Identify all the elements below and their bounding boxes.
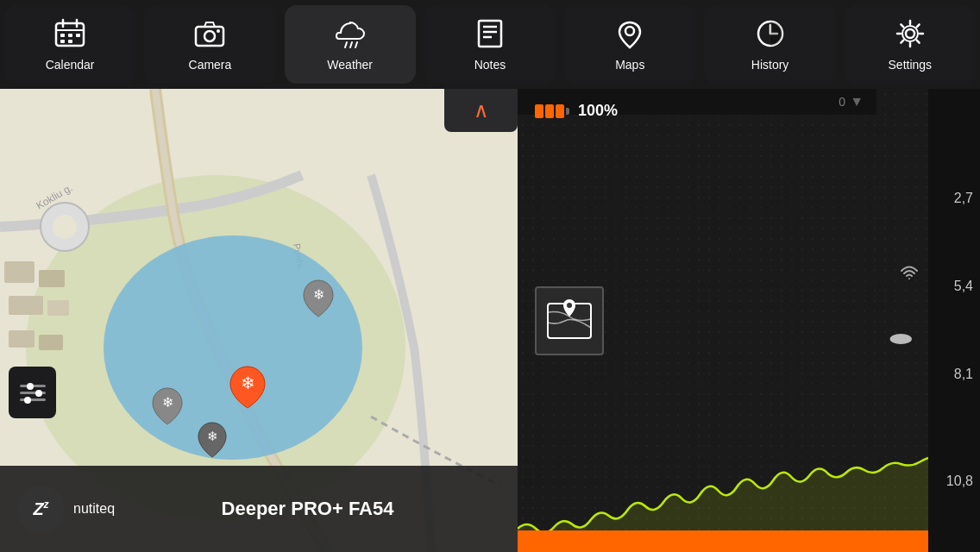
svg-point-29 <box>53 215 77 239</box>
svg-point-43 <box>890 334 912 344</box>
nav-label-calendar: Calendar <box>46 58 95 72</box>
nav-item-calendar[interactable]: Calendar <box>4 5 135 84</box>
nav-item-notes[interactable]: Notes <box>424 5 556 84</box>
map-marker-gray-top[interactable]: ❄ <box>302 279 336 320</box>
svg-rect-7 <box>60 40 65 43</box>
nav-label-settings: Settings <box>889 58 933 72</box>
svg-rect-31 <box>39 270 65 287</box>
nav-item-maps[interactable]: Maps <box>564 5 695 84</box>
collapse-arrow-icon: ∧ <box>474 98 489 122</box>
svg-line-12 <box>345 42 347 47</box>
battery-seg-1 <box>535 104 543 118</box>
top-navigation: Calendar Camera Weather <box>0 0 980 89</box>
maps-icon <box>614 18 645 53</box>
weather-icon <box>335 18 366 53</box>
battery-percent-label: 100% <box>578 102 618 120</box>
svg-rect-30 <box>4 261 35 283</box>
settings-icon <box>895 18 926 53</box>
depth-scale: 2,7 5,4 8,1 10,8 <box>928 89 980 552</box>
svg-rect-8 <box>68 40 72 43</box>
svg-point-11 <box>217 29 220 33</box>
svg-point-21 <box>906 29 914 38</box>
depth-label-81: 8,1 <box>954 367 973 382</box>
battery-seg-2 <box>545 104 554 118</box>
svg-rect-34 <box>9 330 35 348</box>
svg-rect-4 <box>60 34 65 37</box>
svg-rect-32 <box>9 296 43 315</box>
slider-line-1 <box>20 385 46 387</box>
nav-label-weather: Weather <box>327 58 373 72</box>
svg-text:❄: ❄ <box>313 287 324 302</box>
nav-label-notes: Notes <box>474 58 506 72</box>
company-name-label: nutiteq <box>73 501 115 517</box>
battery-icon <box>535 104 569 118</box>
svg-point-27 <box>104 235 362 460</box>
logo-container: Zz <box>17 486 65 533</box>
nav-item-settings[interactable]: Settings <box>845 5 976 84</box>
map-marker-orange[interactable]: ❄ <box>229 365 263 406</box>
nav-label-maps: Maps <box>615 58 644 72</box>
svg-rect-35 <box>39 335 63 350</box>
calendar-icon <box>54 18 85 53</box>
svg-text:❄: ❄ <box>207 429 218 443</box>
svg-line-14 <box>355 42 357 47</box>
bottom-bar: Zz nutiteq Deeper PRO+ FA54 <box>0 466 518 552</box>
logo-z-icon: Zz <box>33 499 48 519</box>
depth-label-54: 5,4 <box>954 279 973 294</box>
nav-label-camera: Camera <box>189 58 232 72</box>
sonar-map-thumbnail[interactable] <box>535 286 604 355</box>
slider-handle-3 <box>24 397 31 404</box>
wifi-icon <box>899 261 920 282</box>
svg-text:❄: ❄ <box>241 373 255 392</box>
depth-label-27: 2,7 <box>954 191 973 206</box>
map-marker-gray-bottom[interactable]: ❄ <box>197 421 231 462</box>
svg-point-19 <box>625 27 634 35</box>
device-name-label: Deeper PRO+ FA54 <box>115 498 500 520</box>
svg-line-13 <box>350 42 352 47</box>
nav-item-camera[interactable]: Camera <box>144 5 275 84</box>
svg-point-10 <box>204 31 215 41</box>
map-sliders-control[interactable] <box>9 367 56 418</box>
nav-item-history[interactable]: History <box>704 5 835 84</box>
map-marker-gray-left[interactable]: ❄ <box>151 386 185 428</box>
battery-tip <box>566 108 569 115</box>
battery-seg-3 <box>556 104 564 118</box>
map-thumb-svg <box>543 295 595 347</box>
slider-handle-1 <box>27 383 34 390</box>
nav-item-weather[interactable]: Weather <box>285 5 416 84</box>
sonar-panel: 0 ▼ 100% <box>518 89 980 552</box>
nav-label-history: History <box>751 58 789 72</box>
notes-icon <box>474 18 506 53</box>
history-icon <box>755 18 786 53</box>
svg-rect-6 <box>76 34 80 37</box>
svg-point-41 <box>567 303 572 308</box>
battery-indicator: 100% <box>535 102 618 120</box>
slider-line-2 <box>20 392 46 394</box>
collapse-button[interactable]: ∧ <box>444 89 518 132</box>
camera-icon <box>194 18 225 53</box>
svg-rect-5 <box>68 34 72 37</box>
svg-rect-9 <box>196 27 223 46</box>
slider-handle-2 <box>35 390 42 397</box>
slider-line-3 <box>20 398 46 401</box>
svg-rect-15 <box>479 21 501 47</box>
map-panel: Kokliu g. Punhi... ❄ <box>0 89 518 552</box>
svg-point-22 <box>902 26 918 41</box>
sonar-graph[interactable]: 0 ▼ 100% <box>518 89 928 552</box>
fish-finder-icon <box>899 261 920 286</box>
svg-rect-33 <box>47 300 69 316</box>
depth-label-108: 10,8 <box>946 474 973 489</box>
svg-rect-44 <box>518 530 928 552</box>
svg-text:❄: ❄ <box>162 395 173 410</box>
